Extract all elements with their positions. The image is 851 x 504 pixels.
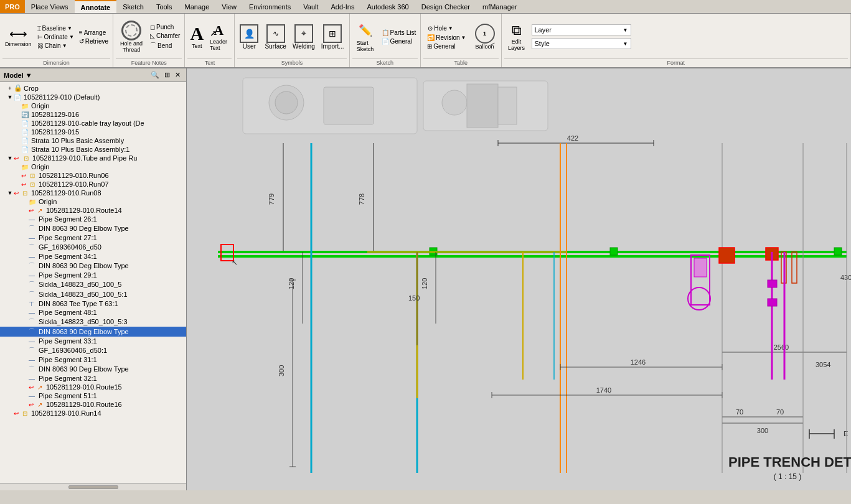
crop-expand[interactable]: + [6, 85, 14, 91]
svg-text:300: 300 [757, 427, 768, 434]
arrange-button[interactable]: ≡ Arrange [77, 29, 110, 37]
tab-view[interactable]: View [215, 0, 243, 13]
bend-icon: ⌒ [150, 41, 156, 50]
start-sketch-button[interactable]: ✏️ StartSketch [352, 20, 378, 54]
tab-autodesk360[interactable]: Autodesk 360 [360, 0, 415, 13]
tree-item-strata10plus1[interactable]: 📄 Strata 10 Plus Basic Assembly:1 [0, 145, 186, 154]
icon-pipe33: — [29, 338, 39, 345]
label-route15: 105281129-010.Route15 [46, 383, 122, 391]
icon-run08-outer: ↩ [14, 190, 22, 197]
balloon-button[interactable]: 1 Balloon [471, 22, 499, 51]
tree-item-crop[interactable]: + 🔒 Crop [0, 83, 186, 93]
expand-tube-pipe[interactable]: ▼ [6, 155, 14, 161]
tab-environments[interactable]: Environments [243, 0, 297, 13]
punch-button[interactable]: ◻ Punch [148, 23, 182, 31]
tab-vault[interactable]: Vault [297, 0, 324, 13]
tab-sketch[interactable]: Sketch [116, 0, 150, 13]
drawing-canvas[interactable]: 422 779 778 [187, 68, 851, 490]
bend-button[interactable]: ⌒ Bend [148, 40, 182, 50]
welding-button[interactable]: ⌖ Welding [290, 23, 317, 51]
tree-item-pipe34[interactable]: — Pipe Segment 34:1 [0, 252, 186, 261]
tab-pro[interactable]: PRO [0, 0, 25, 13]
tree-item-tube-pipe[interactable]: ▼ ↩ ⊡ 105281129-010.Tube and Pipe Ru [0, 154, 186, 162]
tree-item-sickla-100-53[interactable]: ⌒ Sickla_148823_d50_100_5:3 [0, 317, 186, 327]
tree-item-origin3[interactable]: 📁 Origin [0, 197, 186, 206]
tree-item-elbow90-1[interactable]: ⌒ DIN 8063 90 Deg Elbow Type [0, 223, 186, 233]
tree-item-105281129-015[interactable]: 📄 105281129-015 [0, 128, 186, 136]
tree-item-pipe32[interactable]: — Pipe Segment 32:1 [0, 374, 186, 383]
tab-place-views[interactable]: Place Views [25, 0, 75, 13]
import-button[interactable]: ⊞ Import... [319, 23, 347, 51]
tree-item-origin1[interactable]: 📁 Origin [0, 101, 186, 110]
tree-item-pipe31[interactable]: — Pipe Segment 31:1 [0, 355, 186, 364]
tab-annotate[interactable]: Annotate [75, 0, 117, 13]
tree-item-pipe29[interactable]: — Pipe Segment 29:1 [0, 271, 186, 279]
tree-item-pipe26[interactable]: — Pipe Segment 26:1 [0, 215, 186, 223]
model-title[interactable]: Model ▼ [4, 72, 32, 79]
layer-dropdown[interactable]: Layer ▼ [532, 24, 631, 35]
icon-pipe26: — [29, 216, 39, 223]
tree-item-run08[interactable]: ▼ ↩ ⊡ 105281129-010.Run08 [0, 189, 186, 197]
expand-105281129-010[interactable]: ▼ [6, 94, 14, 100]
tree-item-tee63[interactable]: ⊤ DIN 8063 Tee Type T 63:1 [0, 299, 186, 308]
tree-scrollbar-indicator[interactable] [0, 483, 186, 490]
label-run08: 105281129-010.Run08 [31, 189, 101, 197]
baseline-button[interactable]: ⌶ Baseline▼ [35, 24, 76, 32]
tree-item-route14[interactable]: ↩ ↗ 105281129-010.Route14 [0, 206, 186, 215]
revision-button[interactable]: 🔁 Revision▼ [423, 34, 469, 42]
tree-item-route15[interactable]: ↩ ↗ 105281129-010.Route15 [0, 383, 186, 391]
tree-item-cable-tray[interactable]: 📄 105281129-010-cable tray layout (De [0, 119, 186, 128]
hole-button[interactable]: ⊙ Hole▼ [423, 24, 469, 33]
model-expand-button[interactable]: ⊞ [162, 70, 172, 80]
tree-item-elbow90-4[interactable]: ⌒ DIN 8063 90 Deg Elbow Type [0, 364, 186, 374]
dimension-button[interactable]: ⟷ Dimension [2, 25, 34, 49]
label-tee63: DIN 8063 Tee Type T 63:1 [39, 300, 118, 307]
tree-item-route16[interactable]: ↩ ↗ 105281129-010.Route16 [0, 400, 186, 409]
tree-item-sickla-100-51[interactable]: ⌒ Sickla_148823_d50_100_5:1 [0, 289, 186, 299]
text-button[interactable]: A Text [187, 23, 206, 50]
icon-run06-outer: ↩ [21, 172, 30, 179]
icon-route14-outer: ↩ [29, 207, 37, 214]
tree-item-gf169-d50[interactable]: ⌒ GF_169360406_d50 [0, 242, 186, 252]
surface-button[interactable]: ∿ Surface [262, 23, 288, 51]
icon-run14-outer: ↩ [14, 410, 22, 417]
model-search-button[interactable]: 🔍 [149, 70, 161, 80]
ribbon-group-text: A Text A ↗ LeaderText Text [185, 14, 235, 67]
tree-item-origin2[interactable]: 📁 Origin [0, 162, 186, 171]
tree-item-pipe48[interactable]: — Pipe Segment 48:1 [0, 308, 186, 317]
ordinate-button[interactable]: ⊢ Ordinate▼ [35, 33, 76, 41]
tab-mfmanager[interactable]: mfManager [476, 0, 524, 13]
expand-run08[interactable]: ▼ [6, 190, 14, 196]
general-button[interactable]: 📄 General [380, 37, 418, 45]
tree-item-105281129-010[interactable]: ▼ 📄 105281129-010 (Default) [0, 93, 186, 101]
tab-design-checker[interactable]: Design Checker [415, 0, 476, 13]
tree-item-elbow90-2[interactable]: ⌒ DIN 8063 90 Deg Elbow Type [0, 261, 186, 271]
chain-button[interactable]: ⛓ Chain▼ [35, 42, 76, 50]
user-button[interactable]: 👤 User [237, 23, 261, 51]
tree-item-run07[interactable]: ↩ ⊡ 105281129-010.Run07 [0, 180, 186, 189]
tree-item-elbow90-3[interactable]: ⌒ DIN 8063 90 Deg Elbow Type [0, 327, 186, 337]
parts-list-button[interactable]: 📋 Parts List [380, 29, 418, 37]
style-dropdown[interactable]: Style ▼ [532, 38, 631, 49]
tab-manage[interactable]: Manage [179, 0, 216, 13]
tab-tools[interactable]: Tools [150, 0, 179, 13]
tree-item-gf169-d501[interactable]: ⌒ GF_169360406_d50:1 [0, 345, 186, 355]
tab-addins[interactable]: Add-Ins [325, 0, 361, 13]
leader-text-button[interactable]: A ↗ LeaderText [207, 21, 230, 52]
icon-strata10plus1: 📄 [21, 146, 31, 153]
retrieve-button[interactable]: ↺ Retrieve [77, 37, 110, 45]
hole-thread-button[interactable]: Hole andThread [116, 19, 147, 54]
general-table-button[interactable]: ⊞ General [423, 42, 469, 50]
chamfer-button[interactable]: ◺ Chamfer [148, 32, 182, 40]
tree-item-run14[interactable]: ↩ ⊡ 105281129-010.Run14 [0, 409, 186, 418]
icon-105281129-015: 📄 [21, 129, 31, 136]
tree-item-pipe33[interactable]: — Pipe Segment 33:1 [0, 337, 186, 345]
tree-item-strata10plus[interactable]: 📄 Strata 10 Plus Basic Assembly [0, 136, 186, 145]
tree-item-105281129-016[interactable]: 🔄 105281129-016 [0, 110, 186, 119]
tree-item-sickla-100-5[interactable]: ⌒ Sickla_148823_d50_100_5 [0, 279, 186, 289]
tree-item-pipe27[interactable]: — Pipe Segment 27:1 [0, 233, 186, 242]
model-close-button[interactable]: ✕ [173, 70, 182, 80]
tree-item-run06[interactable]: ↩ ⊡ 105281129-010.Run06 [0, 171, 186, 180]
edit-layers-button[interactable]: ⧉ EditLayers [504, 21, 529, 52]
tree-item-pipe51[interactable]: — Pipe Segment 51:1 [0, 391, 186, 400]
